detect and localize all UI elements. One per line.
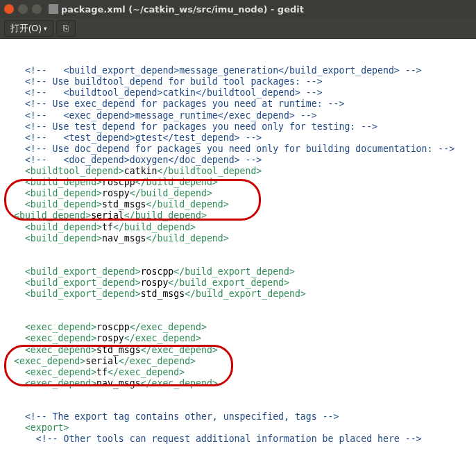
code-token: tf bbox=[102, 222, 113, 232]
code-line bbox=[14, 255, 469, 266]
code-line: <!-- Use exec_depend for packages you ne… bbox=[14, 99, 469, 110]
code-line: <export> bbox=[14, 422, 469, 434]
code-token: <export> bbox=[25, 422, 69, 433]
code-token: <build_export_depend> bbox=[25, 266, 141, 277]
editor-area[interactable]: <!-- <build_export_depend>message_genera… bbox=[0, 39, 476, 453]
code-line: <build_depend>roscpp</build_depend> bbox=[14, 177, 469, 188]
code-token: nav_msgs bbox=[96, 378, 141, 388]
code-line: <!-- <exec_depend>message_runtime</exec_… bbox=[14, 110, 469, 121]
code-token: <!-- <doc_depend>doxygen</doc_depend> --… bbox=[25, 155, 262, 165]
code-token: <build_depend> bbox=[14, 210, 91, 221]
code-line: <exec_depend>nav_msgs</exec_depend> bbox=[14, 378, 469, 389]
close-icon[interactable] bbox=[4, 4, 14, 14]
code-token: <build_depend> bbox=[25, 177, 102, 187]
code-token: serial bbox=[85, 356, 119, 366]
code-token: roscpp bbox=[96, 322, 130, 332]
new-tab-button[interactable]: ⎘ bbox=[56, 20, 76, 37]
code-line bbox=[14, 445, 469, 453]
code-line: <build_depend>rospy</build_depend> bbox=[14, 188, 469, 199]
code-token: serial bbox=[91, 210, 124, 221]
code-token: </build_depend> bbox=[135, 177, 218, 187]
toolbar: 打开(O) ▾ ⎘ bbox=[0, 18, 476, 39]
code-token: <!-- <buildtool_depend>catkin</buildtool… bbox=[25, 87, 323, 98]
code-token: </build_export_depend> bbox=[185, 289, 306, 299]
code-line: <!-- Use buildtool_depend for build tool… bbox=[14, 76, 469, 87]
window-controls bbox=[4, 4, 42, 14]
code-token: </build_depend> bbox=[130, 188, 212, 198]
code-line: <!-- <buildtool_depend>catkin</buildtool… bbox=[14, 87, 469, 99]
code-line: <exec_depend>std_msgs</exec_depend> bbox=[14, 345, 469, 356]
code-token: <build_depend> bbox=[25, 188, 102, 198]
code-token: <build_export_depend> bbox=[25, 289, 141, 299]
code-token: </build_depend> bbox=[113, 222, 196, 232]
maximize-icon[interactable] bbox=[32, 4, 42, 14]
code-token: roscpp bbox=[102, 177, 135, 187]
code-token: rospy bbox=[141, 277, 169, 288]
open-button-label: 打开(O) bbox=[10, 22, 42, 35]
code-line bbox=[14, 389, 469, 400]
code-token: </build_export_depend> bbox=[168, 277, 289, 288]
code-line bbox=[14, 300, 469, 311]
code-token: catkin bbox=[124, 166, 158, 176]
code-line bbox=[14, 400, 469, 411]
code-line: <!-- <doc_depend>doxygen</doc_depend> --… bbox=[14, 155, 469, 166]
code-token: <build_export_depend> bbox=[25, 277, 141, 288]
code-token: <buildtool_depend> bbox=[25, 166, 124, 176]
code-line: <exec_depend>serial</exec_depend> bbox=[14, 356, 469, 367]
code-token: nav_msgs bbox=[102, 233, 146, 243]
code-token: <!-- Other tools can request additional … bbox=[36, 434, 422, 444]
code-token: </build_depend> bbox=[146, 233, 229, 243]
code-line: <exec_depend>tf</exec_depend> bbox=[14, 367, 469, 378]
code-line: <build_depend>tf</build_depend> bbox=[14, 222, 469, 233]
code-token: <!-- <test_depend>gtest</test_depend> --… bbox=[25, 133, 262, 143]
code-token: std_msgs bbox=[141, 289, 185, 299]
code-token: </buildtool_depend> bbox=[157, 166, 262, 176]
code-line: <build_export_depend>roscpp</build_expor… bbox=[14, 266, 469, 277]
code-token: <build_depend> bbox=[25, 199, 102, 210]
chevron-down-icon: ▾ bbox=[44, 25, 47, 32]
code-token: <exec_depend> bbox=[25, 345, 96, 355]
code-token: <exec_depend> bbox=[25, 378, 96, 388]
code-line: <!-- Use doc_depend for packages you nee… bbox=[14, 144, 469, 155]
code-line: <!-- Other tools can request additional … bbox=[14, 434, 469, 445]
code-token: <!-- Use test_depend for packages you ne… bbox=[25, 121, 377, 132]
code-line bbox=[14, 244, 469, 255]
code-token: rospy bbox=[96, 333, 124, 343]
code-line: <build_export_depend>rospy</build_export… bbox=[14, 277, 469, 289]
gedit-icon bbox=[49, 4, 58, 14]
code-line: <exec_depend>rospy</exec_depend> bbox=[14, 333, 469, 344]
code-token: </exec_depend> bbox=[124, 333, 201, 343]
code-line: <!-- The export tag contains other, unsp… bbox=[14, 411, 469, 422]
code-line bbox=[14, 311, 469, 322]
code-token: rospy bbox=[102, 188, 130, 198]
code-line: <!-- <build_export_depend>message_genera… bbox=[14, 65, 469, 76]
code-token: <build_depend> bbox=[25, 233, 102, 243]
code-line: <build_depend>serial</build_depend> bbox=[14, 210, 469, 221]
code-token: <exec_depend> bbox=[25, 333, 96, 343]
new-tab-icon: ⎘ bbox=[63, 23, 69, 33]
minimize-icon[interactable] bbox=[18, 4, 28, 14]
code-line: <!-- <test_depend>gtest</test_depend> --… bbox=[14, 133, 469, 144]
code-token: </exec_depend> bbox=[108, 367, 185, 377]
code-token: <build_depend> bbox=[25, 222, 102, 232]
window-title-text: package.xml (~/catkin_ws/src/imu_node) -… bbox=[61, 4, 304, 15]
code-token: </build_export_depend> bbox=[173, 266, 295, 277]
code-token: <!-- The export tag contains other, unsp… bbox=[25, 411, 339, 422]
code-token: <!-- Use exec_depend for packages you ne… bbox=[25, 99, 345, 109]
window-title: package.xml (~/catkin_ws/src/imu_node) -… bbox=[49, 4, 304, 15]
code-token: <!-- Use doc_depend for packages you nee… bbox=[25, 144, 454, 154]
code-token: std_msgs bbox=[102, 199, 146, 210]
code-line: <!-- Use test_depend for packages you ne… bbox=[14, 121, 469, 133]
code-token: <!-- <build_export_depend>message_genera… bbox=[25, 65, 422, 76]
code-line: <exec_depend>roscpp</exec_depend> bbox=[14, 322, 469, 333]
code-token: <exec_depend> bbox=[25, 367, 96, 377]
code-token: </exec_depend> bbox=[141, 345, 218, 355]
code-line: <build_export_depend>std_msgs</build_exp… bbox=[14, 289, 469, 300]
code-token: </exec_depend> bbox=[130, 322, 207, 332]
code-token: </build_depend> bbox=[124, 210, 207, 221]
code-token: </exec_depend> bbox=[141, 378, 218, 388]
code-line: <build_depend>nav_msgs</build_depend> bbox=[14, 233, 469, 244]
code-line: <build_depend>std_msgs</build_depend> bbox=[14, 199, 469, 210]
code-line: <buildtool_depend>catkin</buildtool_depe… bbox=[14, 166, 469, 177]
open-button[interactable]: 打开(O) ▾ bbox=[4, 20, 53, 37]
